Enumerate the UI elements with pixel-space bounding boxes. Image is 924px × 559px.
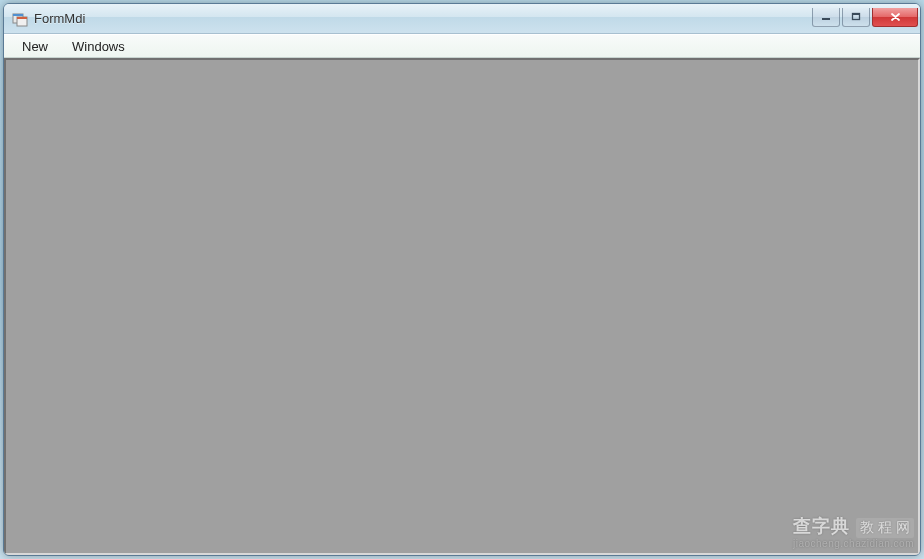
app-icon <box>12 11 28 27</box>
close-button[interactable] <box>872 8 918 27</box>
svg-rect-4 <box>822 18 830 20</box>
svg-rect-1 <box>13 14 23 16</box>
menu-new[interactable]: New <box>10 36 60 57</box>
app-window: FormMdi New Windows <box>3 3 921 556</box>
menu-windows[interactable]: Windows <box>60 36 137 57</box>
mdi-client-area <box>4 58 920 555</box>
menubar: New Windows <box>4 34 920 58</box>
close-icon <box>890 12 901 22</box>
minimize-icon <box>821 12 832 22</box>
svg-rect-6 <box>852 13 859 15</box>
maximize-button[interactable] <box>842 8 870 27</box>
titlebar[interactable]: FormMdi <box>4 4 920 34</box>
window-title: FormMdi <box>34 11 812 26</box>
svg-rect-3 <box>17 17 27 19</box>
window-controls <box>812 8 918 27</box>
maximize-icon <box>851 12 862 22</box>
minimize-button[interactable] <box>812 8 840 27</box>
